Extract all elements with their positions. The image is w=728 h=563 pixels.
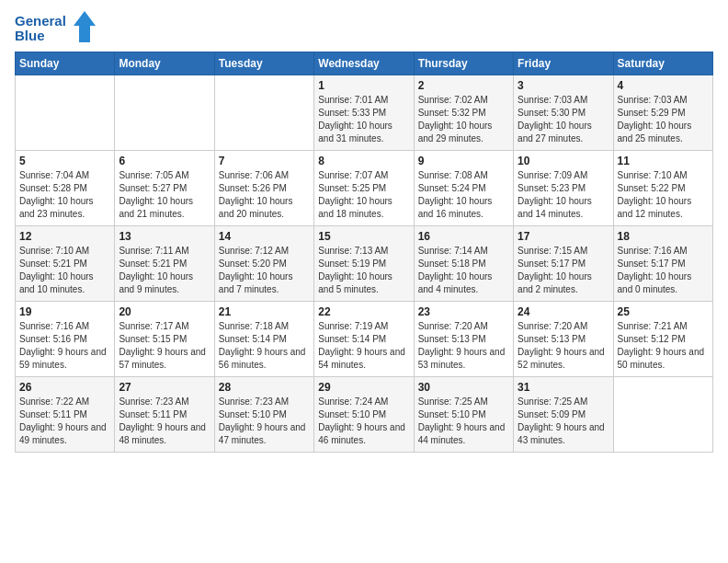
weekday-header: Friday: [514, 52, 613, 75]
day-info: Sunrise: 7:25 AMSunset: 5:09 PMDaylight:…: [518, 396, 609, 447]
day-info: Sunrise: 7:02 AMSunset: 5:32 PMDaylight:…: [418, 94, 509, 145]
calendar-cell: 4Sunrise: 7:03 AMSunset: 5:29 PMDaylight…: [613, 75, 712, 151]
calendar-cell: 19Sunrise: 7:16 AMSunset: 5:16 PMDayligh…: [16, 302, 115, 377]
day-info: Sunrise: 7:23 AMSunset: 5:10 PMDaylight:…: [219, 396, 310, 447]
calendar-cell: 25Sunrise: 7:21 AMSunset: 5:12 PMDayligh…: [613, 302, 712, 377]
calendar-cell: 3Sunrise: 7:03 AMSunset: 5:30 PMDaylight…: [514, 75, 613, 151]
day-info: Sunrise: 7:23 AMSunset: 5:11 PMDaylight:…: [119, 396, 210, 447]
calendar-week-row: 26Sunrise: 7:22 AMSunset: 5:11 PMDayligh…: [16, 377, 713, 453]
calendar-cell: 17Sunrise: 7:15 AMSunset: 5:17 PMDayligh…: [514, 226, 613, 302]
calendar-cell: 14Sunrise: 7:12 AMSunset: 5:20 PMDayligh…: [214, 226, 313, 302]
day-info: Sunrise: 7:13 AMSunset: 5:19 PMDaylight:…: [318, 245, 409, 296]
calendar-cell: [613, 377, 712, 453]
svg-marker-2: [74, 11, 96, 42]
calendar-cell: 6Sunrise: 7:05 AMSunset: 5:27 PMDaylight…: [115, 151, 214, 226]
day-number: 28: [219, 381, 310, 394]
day-info: Sunrise: 7:08 AMSunset: 5:24 PMDaylight:…: [418, 169, 509, 221]
calendar-week-row: 1Sunrise: 7:01 AMSunset: 5:33 PMDaylight…: [16, 75, 713, 151]
day-info: Sunrise: 7:18 AMSunset: 5:14 PMDaylight:…: [219, 320, 310, 372]
day-number: 2: [418, 79, 509, 92]
day-info: Sunrise: 7:10 AMSunset: 5:22 PMDaylight:…: [618, 169, 709, 221]
calendar-cell: 1Sunrise: 7:01 AMSunset: 5:33 PMDaylight…: [314, 75, 414, 151]
day-number: 20: [119, 305, 210, 318]
calendar-week-row: 5Sunrise: 7:04 AMSunset: 5:28 PMDaylight…: [16, 151, 713, 226]
calendar-table: SundayMondayTuesdayWednesdayThursdayFrid…: [15, 52, 713, 453]
day-number: 16: [418, 230, 509, 243]
day-info: Sunrise: 7:15 AMSunset: 5:17 PMDaylight:…: [518, 245, 609, 296]
calendar-cell: 23Sunrise: 7:20 AMSunset: 5:13 PMDayligh…: [414, 302, 513, 377]
calendar-cell: 24Sunrise: 7:20 AMSunset: 5:13 PMDayligh…: [514, 302, 613, 377]
day-info: Sunrise: 7:25 AMSunset: 5:10 PMDaylight:…: [418, 396, 509, 447]
calendar-cell: 27Sunrise: 7:23 AMSunset: 5:11 PMDayligh…: [115, 377, 214, 453]
day-number: 15: [318, 230, 409, 243]
weekday-header-row: SundayMondayTuesdayWednesdayThursdayFrid…: [16, 52, 713, 75]
day-info: Sunrise: 7:20 AMSunset: 5:13 PMDaylight:…: [418, 320, 509, 372]
day-number: 5: [19, 155, 110, 167]
day-info: Sunrise: 7:24 AMSunset: 5:10 PMDaylight:…: [318, 396, 409, 447]
calendar-cell: 20Sunrise: 7:17 AMSunset: 5:15 PMDayligh…: [115, 302, 214, 377]
day-info: Sunrise: 7:11 AMSunset: 5:21 PMDaylight:…: [119, 245, 210, 296]
day-info: Sunrise: 7:10 AMSunset: 5:21 PMDaylight:…: [19, 245, 110, 296]
day-number: 18: [618, 230, 709, 243]
calendar-cell: 10Sunrise: 7:09 AMSunset: 5:23 PMDayligh…: [514, 151, 613, 226]
day-number: 27: [119, 381, 210, 394]
weekday-header: Saturday: [613, 52, 712, 75]
day-number: 12: [19, 230, 110, 243]
page: General Blue SundayMondayTuesdayWednesda…: [0, 0, 728, 563]
header: General Blue: [15, 9, 713, 48]
day-info: Sunrise: 7:04 AMSunset: 5:28 PMDaylight:…: [19, 169, 110, 221]
day-info: Sunrise: 7:01 AMSunset: 5:33 PMDaylight:…: [318, 94, 409, 145]
calendar-cell: [16, 75, 115, 151]
day-number: 21: [219, 305, 310, 318]
day-number: 22: [318, 305, 409, 318]
day-number: 11: [618, 155, 709, 167]
calendar-cell: [214, 75, 313, 151]
weekday-header: Thursday: [414, 52, 513, 75]
calendar-cell: 11Sunrise: 7:10 AMSunset: 5:22 PMDayligh…: [613, 151, 712, 226]
day-info: Sunrise: 7:05 AMSunset: 5:27 PMDaylight:…: [119, 169, 210, 221]
day-info: Sunrise: 7:06 AMSunset: 5:26 PMDaylight:…: [219, 169, 310, 221]
day-info: Sunrise: 7:20 AMSunset: 5:13 PMDaylight:…: [518, 320, 609, 372]
day-number: 13: [119, 230, 210, 243]
day-number: 8: [318, 155, 409, 167]
calendar-cell: 28Sunrise: 7:23 AMSunset: 5:10 PMDayligh…: [214, 377, 313, 453]
calendar-cell: 13Sunrise: 7:11 AMSunset: 5:21 PMDayligh…: [115, 226, 214, 302]
calendar-cell: [115, 75, 214, 151]
calendar-cell: 21Sunrise: 7:18 AMSunset: 5:14 PMDayligh…: [214, 302, 313, 377]
svg-text:General: General: [15, 13, 66, 29]
day-number: 17: [518, 230, 609, 243]
calendar-cell: 5Sunrise: 7:04 AMSunset: 5:28 PMDaylight…: [16, 151, 115, 226]
day-info: Sunrise: 7:19 AMSunset: 5:14 PMDaylight:…: [318, 320, 409, 372]
day-number: 31: [518, 381, 609, 394]
calendar-cell: 7Sunrise: 7:06 AMSunset: 5:26 PMDaylight…: [214, 151, 313, 226]
logo-svg: General Blue: [15, 9, 97, 48]
day-number: 4: [618, 79, 709, 92]
day-number: 23: [418, 305, 509, 318]
weekday-header: Monday: [115, 52, 214, 75]
day-info: Sunrise: 7:16 AMSunset: 5:16 PMDaylight:…: [19, 320, 110, 372]
day-info: Sunrise: 7:12 AMSunset: 5:20 PMDaylight:…: [219, 245, 310, 296]
day-number: 9: [418, 155, 509, 167]
day-number: 1: [318, 79, 409, 92]
calendar-week-row: 19Sunrise: 7:16 AMSunset: 5:16 PMDayligh…: [16, 302, 713, 377]
calendar-cell: 29Sunrise: 7:24 AMSunset: 5:10 PMDayligh…: [314, 377, 414, 453]
day-info: Sunrise: 7:07 AMSunset: 5:25 PMDaylight:…: [318, 169, 409, 221]
calendar-cell: 18Sunrise: 7:16 AMSunset: 5:17 PMDayligh…: [613, 226, 712, 302]
day-info: Sunrise: 7:22 AMSunset: 5:11 PMDaylight:…: [19, 396, 110, 447]
logo: General Blue: [15, 9, 97, 48]
day-number: 25: [618, 305, 709, 318]
day-info: Sunrise: 7:16 AMSunset: 5:17 PMDaylight:…: [618, 245, 709, 296]
day-number: 30: [418, 381, 509, 394]
calendar-cell: 16Sunrise: 7:14 AMSunset: 5:18 PMDayligh…: [414, 226, 513, 302]
day-info: Sunrise: 7:14 AMSunset: 5:18 PMDaylight:…: [418, 245, 509, 296]
day-number: 26: [19, 381, 110, 394]
day-info: Sunrise: 7:03 AMSunset: 5:29 PMDaylight:…: [618, 94, 709, 145]
calendar-cell: 15Sunrise: 7:13 AMSunset: 5:19 PMDayligh…: [314, 226, 414, 302]
calendar-cell: 8Sunrise: 7:07 AMSunset: 5:25 PMDaylight…: [314, 151, 414, 226]
calendar-week-row: 12Sunrise: 7:10 AMSunset: 5:21 PMDayligh…: [16, 226, 713, 302]
day-info: Sunrise: 7:09 AMSunset: 5:23 PMDaylight:…: [518, 169, 609, 221]
calendar-cell: 22Sunrise: 7:19 AMSunset: 5:14 PMDayligh…: [314, 302, 414, 377]
calendar-cell: 31Sunrise: 7:25 AMSunset: 5:09 PMDayligh…: [514, 377, 613, 453]
day-info: Sunrise: 7:17 AMSunset: 5:15 PMDaylight:…: [119, 320, 210, 372]
day-info: Sunrise: 7:03 AMSunset: 5:30 PMDaylight:…: [518, 94, 609, 145]
